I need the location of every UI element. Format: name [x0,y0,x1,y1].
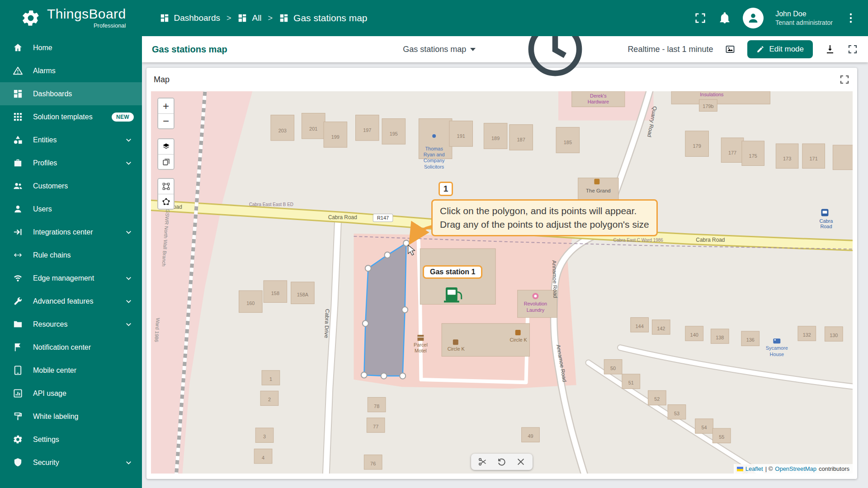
rectangle-tool-icon [162,182,170,191]
dashboard-toolbar: Gas stations map Gas stations map Realti… [142,36,868,62]
sidebar-item-api-usage[interactable]: API usage [0,382,142,405]
avatar[interactable] [743,8,764,28]
svg-text:3: 3 [263,434,266,439]
layers-icon [162,142,170,151]
svg-text:195: 195 [390,131,398,136]
user-info[interactable]: John Doe Tenant administrator [775,9,833,27]
svg-text:Derek's: Derek's [590,93,607,99]
leaflet-link[interactable]: Leaflet [745,465,763,472]
sidebar-item-alarms[interactable]: Alarms [0,59,142,82]
notifications-bell-icon[interactable] [718,12,731,24]
svg-text:132: 132 [803,332,811,338]
sidebar-item-mobile-center[interactable]: Mobile center [0,359,142,382]
sidebar-item-edge-management[interactable]: Edge management [0,267,142,290]
sidebar-item-settings[interactable]: Settings [0,428,142,451]
svg-text:175: 175 [749,153,757,159]
gas-station-tooltip[interactable]: Gas station 1 [423,265,482,279]
svg-text:51: 51 [628,380,634,385]
chevron-down-icon [123,135,134,145]
app: { "theme": { "primary": "#00756b", "prim… [0,0,868,488]
svg-text:Parcel: Parcel [414,342,428,347]
thingsboard-logo[interactable]: ThingsBoard Professional [0,7,126,29]
draw-rectangle-button[interactable] [158,179,174,194]
breadcrumb-current[interactable]: Gas stations map [279,13,367,23]
svg-text:R147: R147 [377,215,389,221]
draw-polygon-button[interactable] [158,194,174,209]
sidebar-item-integrations-center[interactable]: Integrations center [0,221,142,244]
svg-text:140: 140 [690,332,698,338]
sidebar-item-home[interactable]: Home [0,36,142,59]
download-icon[interactable] [825,44,835,55]
flag-icon [13,342,23,352]
svg-text:Cabra Road: Cabra Road [328,214,357,221]
svg-text:Revolution: Revolution [524,301,547,306]
sidebar-item-solution-templates[interactable]: Solution templatesNEW [0,105,142,128]
sidebar-item-customers[interactable]: Customers [0,174,142,197]
svg-text:173: 173 [783,156,791,161]
svg-text:Annamoe Road: Annamoe Road [551,260,559,299]
edit-mode-button[interactable]: Edit mode [747,40,813,58]
sidebar-item-resources[interactable]: Resources [0,313,142,336]
draw-tools-control [157,178,175,210]
brand-title: ThingsBoard [47,7,126,21]
layers-button[interactable] [158,139,174,154]
user-name: John Doe [775,9,833,19]
svg-text:179: 179 [693,143,701,149]
svg-text:76: 76 [370,461,376,466]
map-attribution: Leaflet | © OpenStreetMap contributors [734,464,853,474]
chart-icon [13,388,23,399]
paint-icon [13,411,23,422]
svg-text:177: 177 [728,150,736,155]
chevron-down-icon [123,457,134,468]
map-type-button[interactable] [158,154,174,169]
sidebar-item-entities[interactable]: Entities [0,128,142,151]
svg-text:52: 52 [654,396,660,402]
zoom-in-button[interactable]: + [158,99,174,113]
user-icon [13,204,23,214]
svg-text:Hardware: Hardware [588,99,609,104]
more-vert-icon[interactable] [844,12,857,24]
svg-text:Road: Road [820,224,832,229]
map-canvas[interactable]: 203201 199197 195191 189187 185179 17717… [151,91,853,474]
sidebar-item-profiles[interactable]: Profiles [0,151,142,174]
expand-fullscreen-icon[interactable] [847,44,858,55]
svg-text:197: 197 [363,127,371,133]
breadcrumb-separator: > [268,14,273,23]
svg-text:144: 144 [636,324,644,329]
sidebar-item-dashboards[interactable]: Dashboards [0,82,142,105]
sidebar-item-white-labeling[interactable]: White labeling [0,405,142,428]
zoom-out-button[interactable]: − [158,113,174,128]
guesthouse-bed-icon [773,338,780,343]
svg-text:191: 191 [457,133,465,139]
svg-text:50: 50 [610,366,616,371]
sidebar-item-users[interactable]: Users [0,197,142,221]
gear-icon [13,434,23,445]
svg-text:Cabra: Cabra [820,218,834,224]
svg-text:Laundry: Laundry [527,307,545,313]
sidebar-item-advanced-features[interactable]: Advanced features [0,290,142,313]
svg-text:49: 49 [528,433,533,439]
close-icon[interactable] [516,457,526,467]
undo-icon[interactable] [497,457,507,467]
svg-text:158: 158 [271,291,279,296]
dashboard-state-selector[interactable]: Gas stations map [403,45,476,54]
warning-icon [13,66,23,76]
svg-text:77: 77 [373,424,378,429]
sidebar-item-rule-chains[interactable]: Rule chains [0,244,142,267]
leaflet-flag-icon [737,467,743,471]
image-map-icon[interactable] [725,44,736,55]
openstreetmap-link[interactable]: OpenStreetMap [775,465,816,472]
svg-text:171: 171 [810,156,818,161]
breadcrumb-all[interactable]: All [237,13,261,23]
person-icon [746,11,760,25]
cafe-icon [453,339,458,345]
cut-scissors-icon[interactable] [478,457,488,467]
fullscreen-icon[interactable] [694,12,707,24]
svg-text:1: 1 [269,376,272,382]
sidebar-item-notification-center[interactable]: Notification center [0,336,142,359]
sidebar-item-security[interactable]: Security [0,451,142,474]
breadcrumb-dashboards[interactable]: Dashboards [160,13,220,23]
templates-icon [13,112,23,122]
svg-text:2: 2 [268,397,271,402]
header-actions: John Doe Tenant administrator [694,8,868,28]
